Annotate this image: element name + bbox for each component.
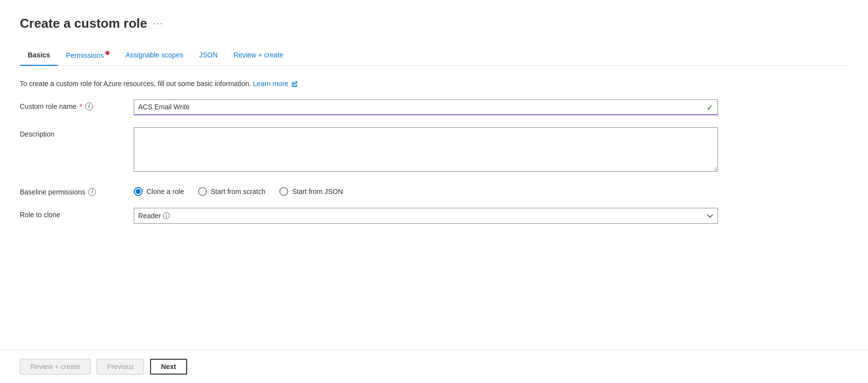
tab-review-create[interactable]: Review + create xyxy=(226,47,292,65)
baseline-permissions-control: Clone a role Start from scratch Start fr… xyxy=(134,185,718,196)
page-title: Create a custom role xyxy=(20,16,147,31)
more-options-icon[interactable]: ··· xyxy=(153,18,163,29)
custom-role-name-label: Custom role name * i xyxy=(20,99,134,110)
valid-check-icon: ✓ xyxy=(707,102,713,112)
description-label: Description xyxy=(20,127,134,138)
tab-assignable-scopes[interactable]: Assignable scopes xyxy=(117,47,191,65)
role-to-clone-row: Role to clone Reader ⓘ Owner Contributor… xyxy=(20,208,848,224)
external-link-icon xyxy=(292,81,298,87)
action-bar: Review + create Previous Next xyxy=(0,349,868,383)
role-to-clone-label: Role to clone xyxy=(20,208,134,219)
custom-role-name-input-wrapper: ✓ xyxy=(134,99,718,115)
baseline-permissions-label: Baseline permissions i xyxy=(20,185,134,196)
learn-more-link[interactable]: Learn more xyxy=(253,80,298,88)
radio-scratch-label: Start from scratch xyxy=(211,188,265,195)
radio-clone-label: Clone a role xyxy=(147,188,184,195)
custom-role-name-input[interactable] xyxy=(134,99,718,115)
required-star: * xyxy=(79,102,82,110)
baseline-permissions-row: Baseline permissions i Clone a role Star… xyxy=(20,185,848,196)
custom-role-name-control: ✓ xyxy=(134,99,718,115)
permissions-badge xyxy=(105,51,109,55)
next-button[interactable]: Next xyxy=(150,359,187,375)
description-control xyxy=(134,127,718,173)
tabs-container: Basics Permissions Assignable scopes JSO… xyxy=(20,47,848,66)
form-content: To create a custom role for Azure resour… xyxy=(20,80,848,383)
tab-basics[interactable]: Basics xyxy=(20,47,58,65)
radio-clone-a-role[interactable]: Clone a role xyxy=(134,187,184,196)
tab-json[interactable]: JSON xyxy=(191,47,225,65)
previous-button[interactable]: Previous xyxy=(97,359,144,375)
role-to-clone-control: Reader ⓘ Owner Contributor User Access A… xyxy=(134,208,718,224)
radio-scratch-input[interactable] xyxy=(198,187,207,196)
form-description: To create a custom role for Azure resour… xyxy=(20,80,848,88)
radio-start-from-scratch[interactable]: Start from scratch xyxy=(198,187,265,196)
radio-json-input[interactable] xyxy=(279,187,288,196)
review-create-button[interactable]: Review + create xyxy=(20,359,91,375)
description-row: Description xyxy=(20,127,848,173)
description-input[interactable] xyxy=(134,127,718,172)
baseline-permissions-info-icon[interactable]: i xyxy=(88,188,96,196)
role-to-clone-select[interactable]: Reader ⓘ Owner Contributor User Access A… xyxy=(134,208,718,224)
radio-clone-input[interactable] xyxy=(134,187,143,196)
radio-json-label: Start from JSON xyxy=(292,188,343,195)
custom-role-name-row: Custom role name * i ✓ xyxy=(20,99,848,115)
role-to-clone-dropdown-wrapper: Reader ⓘ Owner Contributor User Access A… xyxy=(134,208,718,224)
radio-start-from-json[interactable]: Start from JSON xyxy=(279,187,343,196)
tab-permissions[interactable]: Permissions xyxy=(58,47,117,65)
custom-role-name-info-icon[interactable]: i xyxy=(85,102,93,110)
radio-group: Clone a role Start from scratch Start fr… xyxy=(134,185,718,196)
